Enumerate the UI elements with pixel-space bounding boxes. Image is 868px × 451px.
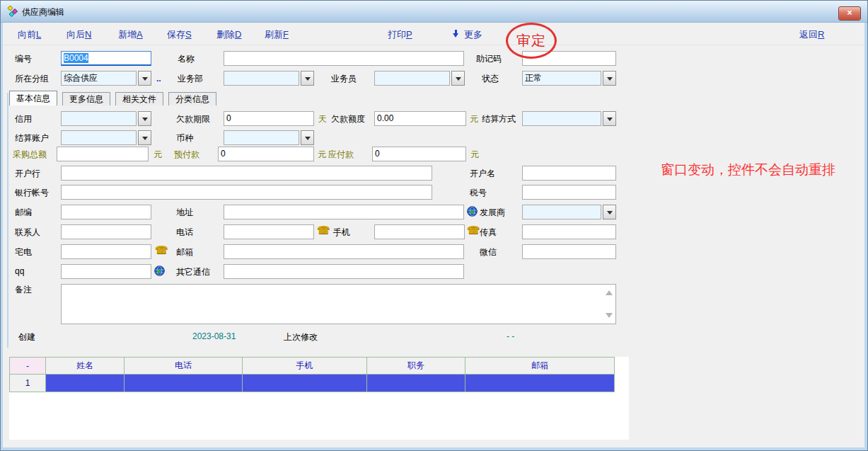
phone-input[interactable]	[224, 224, 314, 239]
salesman-select[interactable]	[374, 71, 450, 86]
close-button[interactable]: ×	[838, 6, 861, 21]
group-browse-button[interactable]: ..	[156, 74, 161, 84]
settle-account-dropdown-icon[interactable]	[138, 130, 151, 145]
purchase-total-label: 采购总额	[13, 149, 47, 161]
debt-term-input[interactable]: 0	[224, 111, 314, 126]
developer-dropdown-icon[interactable]	[603, 205, 616, 219]
col-row-number[interactable]: -	[10, 358, 46, 375]
modified-label: 上次修改	[284, 331, 318, 343]
title-cell[interactable]	[367, 375, 465, 392]
other-contact-label: 其它通信	[176, 266, 210, 278]
add-button[interactable]: 新增A	[118, 28, 143, 41]
purchase-total-input[interactable]	[57, 147, 149, 161]
payable-input[interactable]: 0	[372, 147, 466, 161]
print-button[interactable]: 打印P	[388, 28, 412, 41]
tab-more-info[interactable]: 更多信息	[62, 92, 110, 105]
bank-input[interactable]	[61, 166, 432, 181]
tab-strip: 基本信息 更多信息 相关文件 分类信息	[9, 92, 216, 105]
table-row[interactable]: 1	[10, 375, 615, 392]
group-label: 所在分组	[15, 73, 49, 85]
mobile-input[interactable]	[374, 224, 465, 239]
developer-label: 发展商	[480, 207, 505, 219]
settle-account-select[interactable]	[61, 130, 137, 145]
purchase-total-unit: 元	[154, 149, 162, 161]
more-button[interactable]: 更多	[464, 28, 482, 41]
col-title[interactable]: 职务	[367, 358, 465, 375]
code-input[interactable]: B0004	[61, 51, 151, 66]
more-down-arrow-icon	[453, 30, 459, 38]
qq-input[interactable]	[61, 264, 151, 279]
prev-button[interactable]: 向前L	[18, 28, 41, 41]
next-button[interactable]: 向后N	[66, 28, 91, 41]
email-label: 邮箱	[176, 246, 193, 258]
payable-label: 应付款	[328, 149, 354, 161]
debt-limit-unit: 元	[470, 113, 478, 125]
wechat-input[interactable]	[522, 244, 616, 259]
col-email[interactable]: 邮箱	[465, 358, 615, 375]
credit-dropdown-icon[interactable]	[138, 111, 151, 126]
prepaid-unit: 元	[318, 149, 326, 161]
scroll-down-icon[interactable]	[606, 313, 613, 321]
salesman-dropdown-icon[interactable]	[451, 71, 465, 86]
remark-textarea[interactable]	[61, 284, 616, 324]
globe-icon	[467, 206, 478, 217]
email-cell[interactable]	[465, 375, 615, 392]
contact-input[interactable]	[61, 224, 151, 239]
currency-select[interactable]	[224, 130, 299, 145]
window-border-left	[1, 21, 3, 450]
bank-account-input[interactable]	[61, 185, 432, 200]
refresh-button[interactable]: 刷新F	[265, 28, 289, 41]
credit-label: 信用	[15, 113, 32, 125]
dept-dropdown-icon[interactable]	[301, 71, 314, 86]
account-name-input[interactable]	[522, 166, 616, 181]
qq-label: qq	[15, 266, 24, 276]
back-button[interactable]: 返回R	[799, 28, 824, 41]
tax-no-input[interactable]	[522, 185, 616, 200]
dept-select[interactable]	[224, 71, 299, 86]
col-mobile[interactable]: 手机	[243, 358, 367, 375]
debt-term-label: 欠款期限	[176, 113, 210, 125]
home-phone-input[interactable]	[61, 244, 151, 259]
mobile-label: 手机	[333, 227, 350, 239]
toolbar: 向前L 向后N 新增A 保存S 删除D 刷新F 打印P 更多 返回R	[1, 22, 867, 45]
prepaid-input[interactable]: 0	[218, 147, 314, 161]
delete-button[interactable]: 删除D	[216, 28, 241, 41]
window-border-bottom	[1, 447, 867, 450]
status-select[interactable]: 正常	[522, 71, 601, 86]
name-input[interactable]	[224, 51, 464, 66]
col-phone[interactable]: 电话	[125, 358, 243, 375]
group-dropdown-icon[interactable]	[138, 71, 151, 86]
supplier-edit-window: 供应商编辑 × 向前L 向后N 新增A 保存S 删除D 刷新F 打印P 更多 返…	[0, 0, 868, 451]
credit-select[interactable]	[61, 111, 137, 126]
group-select[interactable]: 综合供应	[61, 71, 137, 86]
bank-label: 开户行	[15, 168, 40, 180]
settle-method-dropdown-icon[interactable]	[603, 111, 616, 126]
col-name[interactable]: 姓名	[46, 358, 125, 375]
payable-unit: 元	[470, 149, 479, 161]
tab-category-info[interactable]: 分类信息	[168, 92, 216, 105]
tab-related-files[interactable]: 相关文件	[115, 92, 163, 105]
scroll-up-icon[interactable]	[606, 287, 613, 295]
currency-dropdown-icon[interactable]	[301, 130, 314, 145]
debt-limit-input[interactable]: 0.00	[374, 111, 466, 126]
developer-select[interactable]	[522, 205, 601, 219]
address-input[interactable]	[224, 205, 464, 219]
save-button[interactable]: 保存S	[167, 28, 192, 41]
approve-annotation-circle: 审定	[506, 23, 557, 59]
row-number-cell[interactable]: 1	[10, 375, 46, 392]
phone-cell[interactable]	[125, 375, 243, 392]
mobile-cell[interactable]	[243, 375, 367, 392]
phone-icon: ☎	[317, 224, 330, 236]
other-contact-input[interactable]	[224, 264, 464, 279]
name-cell[interactable]	[46, 375, 125, 392]
contacts-table: - 姓名 电话 手机 职务 邮箱 1	[9, 357, 615, 392]
tab-basic-info[interactable]: 基本信息	[9, 91, 57, 105]
settle-method-select[interactable]	[522, 111, 601, 126]
email-input[interactable]	[224, 244, 464, 259]
status-dropdown-icon[interactable]	[603, 71, 616, 86]
zip-input[interactable]	[61, 205, 151, 219]
remark-scrollbar[interactable]	[603, 285, 615, 323]
fax-input[interactable]	[522, 224, 616, 239]
address-label: 地址	[176, 207, 193, 219]
title-bar[interactable]: 供应商编辑 ×	[1, 1, 867, 23]
